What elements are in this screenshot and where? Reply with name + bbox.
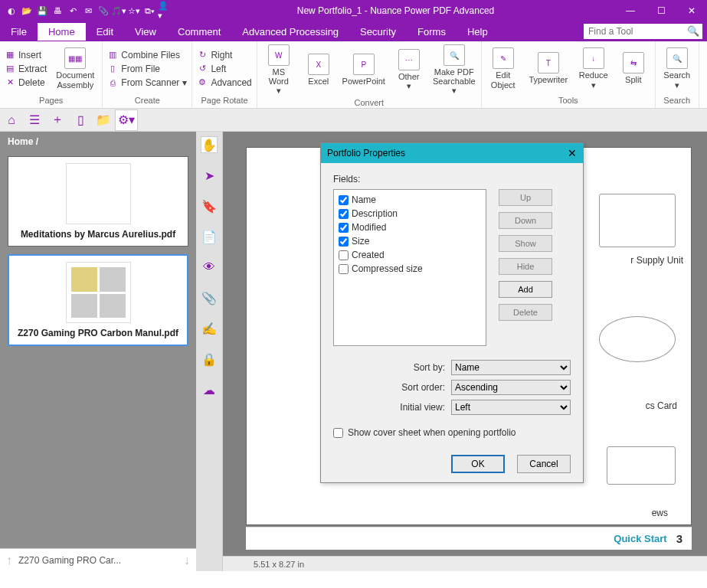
user-icon[interactable]: 👤▾: [158, 4, 172, 18]
insert-button[interactable]: ▦Insert: [3, 49, 48, 61]
delete-icon: ✕: [5, 77, 15, 88]
thumb-title: Meditations by Marcus Aurelius.pdf: [21, 229, 175, 240]
reduce-icon: ↓: [583, 47, 604, 69]
rotate-right-button[interactable]: ↻Right: [195, 49, 253, 61]
portfolio-item[interactable]: Meditations by Marcus Aurelius.pdf: [8, 156, 188, 247]
split-button[interactable]: ⇆Split: [615, 43, 652, 94]
rotate-left-button[interactable]: ↺Left: [195, 63, 253, 75]
find-tool[interactable]: 🔍: [584, 24, 702, 39]
note-icon[interactable]: 🎵▾: [112, 4, 126, 18]
from-scanner-button[interactable]: ⎙From Scanner ▾: [106, 77, 188, 89]
ok-button[interactable]: OK: [451, 455, 505, 473]
down-button[interactable]: Down: [499, 212, 552, 229]
menu-advanced[interactable]: Advanced Processing: [231, 23, 349, 41]
add-button[interactable]: Add: [499, 281, 552, 298]
copy-icon[interactable]: ⧉▾: [142, 4, 156, 18]
word-button[interactable]: WMS Word ▾: [260, 43, 297, 96]
sort-by-select[interactable]: Name: [451, 360, 571, 375]
typewriter-button[interactable]: TTypewriter: [525, 43, 572, 94]
menu-home[interactable]: Home: [38, 23, 86, 41]
menu-edit[interactable]: Edit: [86, 23, 124, 41]
cloud-icon[interactable]: ☁: [201, 381, 218, 398]
star-icon[interactable]: ☆▾: [127, 4, 141, 18]
minimize-button[interactable]: —: [615, 0, 646, 21]
clip-icon[interactable]: 📎: [97, 4, 110, 18]
find-tool-input[interactable]: [584, 24, 702, 39]
field-created[interactable]: Created: [339, 250, 481, 260]
delete-button[interactable]: ✕Delete: [3, 77, 48, 89]
sort-order-select[interactable]: Ascending: [451, 380, 571, 395]
mail-icon[interactable]: ✉: [81, 4, 95, 18]
menu-comment[interactable]: Comment: [167, 23, 231, 41]
open-icon[interactable]: 📂: [20, 4, 34, 18]
list-icon[interactable]: ☰: [23, 109, 46, 131]
extract-icon: ▤: [5, 64, 15, 74]
caption: cs Card: [646, 400, 677, 411]
combine-files-button[interactable]: ▥Combine Files: [106, 49, 188, 61]
hide-button[interactable]: Hide: [499, 258, 552, 275]
cancel-button[interactable]: Cancel: [517, 455, 571, 473]
field-modified[interactable]: Modified: [339, 222, 481, 233]
up-arrow-icon[interactable]: ↑: [6, 554, 12, 567]
searchable-button[interactable]: 🔍Make PDF Searchable ▾: [430, 43, 478, 96]
delete-button[interactable]: Delete: [499, 304, 552, 321]
excel-button[interactable]: XExcel: [300, 43, 337, 96]
page-icon[interactable]: ▯: [69, 109, 92, 131]
print-icon[interactable]: 🖶: [51, 4, 64, 18]
folder-icon[interactable]: 📁: [92, 109, 115, 131]
file-icon: ▯: [107, 64, 118, 74]
search-icon[interactable]: 🔍: [687, 25, 699, 37]
field-description[interactable]: Description: [339, 208, 481, 219]
document-icon[interactable]: 📄: [201, 228, 218, 245]
document-assembly-button[interactable]: ▦▦Document Assembly: [51, 43, 99, 94]
attach-icon[interactable]: 📎: [201, 289, 218, 306]
home-icon[interactable]: ⌂: [0, 109, 23, 131]
save-icon[interactable]: 💾: [35, 4, 49, 18]
edit-object-button[interactable]: ✎Edit Object: [485, 43, 522, 94]
sign-icon[interactable]: ✍: [201, 320, 218, 337]
show-button[interactable]: Show: [499, 235, 552, 252]
fields-list[interactable]: Name Description Modified Size Created C…: [333, 189, 486, 346]
ribbon-group-rotate: ↻Right ↺Left ⚙Advanced Page Rotate: [192, 41, 257, 108]
assembly-icon: ▦▦: [64, 47, 86, 69]
reduce-button[interactable]: ↓Reduce ▾: [575, 43, 612, 94]
searchable-icon: 🔍: [444, 44, 465, 66]
dialog-titlebar[interactable]: Portfolio Properties ✕: [321, 143, 583, 163]
extract-button[interactable]: ▤Extract: [3, 63, 48, 75]
powerpoint-button[interactable]: PPowerPoint: [340, 43, 388, 96]
menu-security[interactable]: Security: [349, 23, 407, 41]
close-button[interactable]: ✕: [676, 0, 707, 21]
ppt-icon: P: [353, 54, 375, 75]
from-file-button[interactable]: ▯From File: [106, 63, 188, 75]
breadcrumb[interactable]: Home /: [0, 132, 196, 152]
cover-checkbox[interactable]: [333, 428, 343, 438]
down-arrow-icon[interactable]: ↓: [184, 554, 190, 567]
ribbon-group-convert: WMS Word ▾ XExcel PPowerPoint ⋯Other ▾ 🔍…: [257, 41, 482, 108]
field-size[interactable]: Size: [339, 236, 481, 247]
up-button[interactable]: Up: [499, 189, 552, 206]
other-button[interactable]: ⋯Other ▾: [391, 43, 427, 96]
dialog-close-icon[interactable]: ✕: [568, 147, 577, 159]
lock-icon[interactable]: 🔒: [201, 351, 218, 368]
menu-forms[interactable]: Forms: [407, 23, 457, 41]
menu-file[interactable]: File: [0, 23, 38, 41]
menu-view[interactable]: View: [124, 23, 167, 41]
search-button[interactable]: 🔍Search ▾: [659, 43, 696, 94]
maximize-button[interactable]: ☐: [646, 0, 676, 21]
arrow-icon[interactable]: ➤: [201, 167, 218, 184]
add-icon[interactable]: ＋: [46, 109, 69, 131]
rotate-advanced-button[interactable]: ⚙Advanced: [195, 77, 253, 89]
stamp-icon[interactable]: 👁: [201, 259, 218, 276]
field-compressed[interactable]: Compressed size: [339, 263, 481, 274]
quick-start-num: 3: [676, 532, 682, 545]
field-name[interactable]: Name: [339, 194, 481, 205]
undo-icon[interactable]: ↶: [66, 4, 80, 18]
initial-view-select[interactable]: Left: [451, 400, 571, 415]
ribbon-group-pages: ▦Insert ▤Extract ✕Delete ▦▦Document Asse…: [0, 41, 103, 108]
menu-help[interactable]: Help: [457, 23, 499, 41]
hand-icon[interactable]: ✋: [201, 136, 218, 153]
gear-icon[interactable]: ⚙▾: [115, 109, 138, 131]
portfolio-item[interactable]: Z270 Gaming PRO Carbon Manul.pdf: [8, 254, 188, 346]
bookmark-icon[interactable]: 🔖: [201, 198, 218, 214]
search-big-icon: 🔍: [666, 47, 688, 69]
